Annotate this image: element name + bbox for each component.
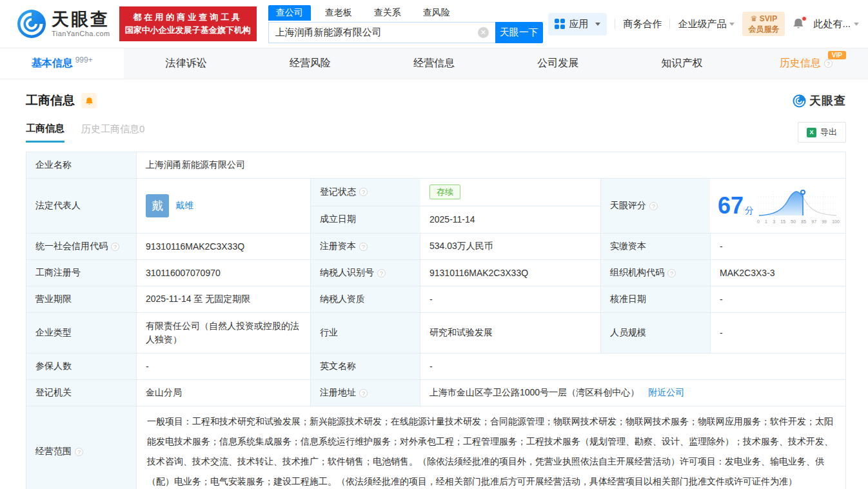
org-code-value: MAK2C3X3-3 xyxy=(710,260,845,286)
score-chart: 0131550859799100 xyxy=(756,188,840,224)
tab-intellectual-property[interactable]: 知识产权 xyxy=(620,48,744,79)
table-row: 登记机关 金山分局 注册地址? 上海市金山区亭卫公路1000号一层（湾区科创中心… xyxy=(26,379,845,406)
subtab-history-business-info[interactable]: 历史工商信息0 xyxy=(81,123,144,141)
reg-address-value: 上海市金山区亭卫公路1000号一层（湾区科创中心） xyxy=(429,387,639,399)
table-row: 工商注册号 310116007070970 纳税人识别号? 91310116MA… xyxy=(26,259,845,286)
clear-icon[interactable]: ✕ xyxy=(478,27,489,38)
search-input[interactable] xyxy=(275,27,478,38)
top-header: 天眼查 TianYanCha.com 都在用的商业查询工具 国家中小企业发展子基… xyxy=(0,0,868,48)
info-icon[interactable]: ? xyxy=(667,269,676,277)
subscribe-bell-icon[interactable] xyxy=(81,93,97,108)
chevron-down-icon xyxy=(595,23,600,26)
tianyancha-logo-icon xyxy=(17,9,46,39)
score-label: 天眼评分 xyxy=(610,200,646,212)
promo-banner: 都在用的商业查询工具 国家中小企业发展子基金旗下机构 xyxy=(119,6,257,41)
notification-bell-icon[interactable] xyxy=(793,17,805,30)
reg-address-label: 注册地址 xyxy=(320,387,356,399)
promo-line2: 国家中小企业发展子基金旗下机构 xyxy=(125,24,251,37)
search-tab-company[interactable]: 查公司 xyxy=(268,5,311,21)
tab-basic-info[interactable]: 基本信息 999+ xyxy=(0,48,124,79)
business-scope-label: 经营范围 xyxy=(35,446,72,457)
logo-title: 天眼查 xyxy=(52,11,110,28)
section-title: 工商信息 xyxy=(26,92,75,109)
logo-domain: TianYanCha.com xyxy=(52,30,110,37)
taxpayer-quality-label: 纳税人资质 xyxy=(310,286,420,312)
info-icon[interactable]: ? xyxy=(359,188,368,196)
company-name-value: 上海润甬新能源有限公司 xyxy=(136,152,845,178)
info-icon[interactable]: ? xyxy=(75,448,83,456)
tianyancha-logo[interactable]: 天眼查 TianYanCha.com xyxy=(17,9,110,39)
table-row: 法定代表人 戴 戴维 登记状态 ? 存续 成立日期 2025-11-14 xyxy=(26,178,845,233)
company-nav-tabs: 基本信息 999+ 法律诉讼 经营风险 经营信息 公司发展 知识产权 VIP 历… xyxy=(0,48,868,79)
vip-badge: VIP xyxy=(828,51,846,59)
business-scope-value: 一般项目：工程和技术研究和试验发展；新兴能源技术研发；在线能源计量技术研发；合同… xyxy=(136,406,845,489)
svip-badge[interactable]: ♛ SVIP 会员服务 xyxy=(742,12,785,36)
apps-menu[interactable]: 应用 xyxy=(548,13,607,35)
chevron-down-icon xyxy=(854,23,859,26)
divider xyxy=(669,19,670,29)
tick-label: 3 xyxy=(773,219,775,224)
score-marker-pin xyxy=(801,190,805,194)
staff-size-value: - xyxy=(710,313,845,353)
company-type-label: 企业类型 xyxy=(26,313,136,353)
tick-label: 99 xyxy=(822,219,827,224)
tick-label: 0 xyxy=(757,219,760,224)
tab-company-development[interactable]: 公司发展 xyxy=(496,48,620,79)
subtab-business-info[interactable]: 工商信息 xyxy=(26,123,64,143)
info-icon[interactable]: ? xyxy=(359,243,368,251)
basic-info-count: 999+ xyxy=(75,55,93,65)
company-name-label: 企业名称 xyxy=(26,152,136,178)
search-area: 查公司 查老板 查关系 查风险 ✕ 天眼一下 xyxy=(268,5,543,43)
establish-date-label: 成立日期 xyxy=(311,206,420,234)
table-row: 统一社会信用代码? 91310116MAK2C3X33Q 注册资本? 534.0… xyxy=(26,233,845,259)
business-term-value: 2025-11-14 至 无固定期限 xyxy=(136,286,310,312)
apps-label: 应用 xyxy=(569,18,588,30)
help-icon[interactable]: ? xyxy=(824,59,833,68)
paid-capital-value: - xyxy=(710,234,845,259)
info-icon[interactable]: ? xyxy=(111,243,119,251)
credit-code-value: 91310116MAK2C3X33Q xyxy=(136,234,310,259)
tab-legal-litigation[interactable]: 法律诉讼 xyxy=(124,48,248,79)
info-icon[interactable]: ? xyxy=(359,389,368,397)
apps-grid-icon xyxy=(555,19,565,29)
taxpayer-id-value: 91310116MAK2C3X33Q xyxy=(420,260,600,286)
industry-label: 行业 xyxy=(310,313,420,353)
business-info-table: 企业名称 上海润甬新能源有限公司 法定代表人 戴 戴维 登记状态 ? 存续 xyxy=(26,152,846,489)
approve-date-value: - xyxy=(710,286,845,312)
search-button[interactable]: 天眼一下 xyxy=(495,22,543,43)
tab-history-info[interactable]: VIP 历史信息 ? xyxy=(744,48,868,79)
info-icon[interactable]: ? xyxy=(649,202,658,210)
table-row: 参保人数 - 英文名称 - xyxy=(26,353,845,379)
search-tab-boss[interactable]: 查老板 xyxy=(317,5,360,21)
establish-date-value: 2025-11-14 xyxy=(420,206,600,234)
tab-operation-risk[interactable]: 经营风险 xyxy=(248,48,372,79)
tick-label: 100 xyxy=(832,219,840,224)
english-name-value: - xyxy=(420,354,845,379)
org-code-label: 组织机构代码 xyxy=(610,267,664,279)
brand-icon xyxy=(793,94,806,108)
credit-code-label: 统一社会信用代码 xyxy=(35,241,108,252)
tick-label: 15 xyxy=(780,219,785,224)
industry-value: 研究和试验发展 xyxy=(420,313,600,353)
table-row: 企业类型 有限责任公司（自然人投资或控股的法人独资） 行业 研究和试验发展 人员… xyxy=(26,312,845,353)
search-tab-risk[interactable]: 查风险 xyxy=(415,5,458,21)
score-curve-chart xyxy=(756,188,839,217)
nearby-companies-link[interactable]: 附近公司 xyxy=(648,387,684,399)
enterprise-products-link[interactable]: 企业级产品 xyxy=(678,18,735,30)
tab-operation-info[interactable]: 经营信息 xyxy=(372,48,496,79)
chevron-down-icon xyxy=(729,23,735,26)
export-button[interactable]: X 导出 xyxy=(798,122,846,143)
info-icon[interactable]: ? xyxy=(377,269,386,277)
english-name-label: 英文名称 xyxy=(310,354,420,379)
business-coop-link[interactable]: 商务合作 xyxy=(623,18,662,30)
search-tab-relation[interactable]: 查关系 xyxy=(366,5,409,21)
user-menu[interactable]: 此处有... xyxy=(813,18,859,30)
reg-authority-label: 登记机关 xyxy=(26,380,136,406)
reg-capital-label: 注册资本 xyxy=(320,241,356,252)
legal-rep-link[interactable]: 戴维 xyxy=(175,200,193,212)
table-row: 经营范围? 一般项目：工程和技术研究和试验发展；新兴能源技术研发；在线能源计量技… xyxy=(26,406,845,489)
svip-line1: SVIP xyxy=(760,14,777,23)
brand-watermark: 天眼查 xyxy=(793,93,846,108)
reg-capital-value: 534.03万人民币 xyxy=(420,234,600,259)
legal-rep-avatar[interactable]: 戴 xyxy=(146,194,169,217)
